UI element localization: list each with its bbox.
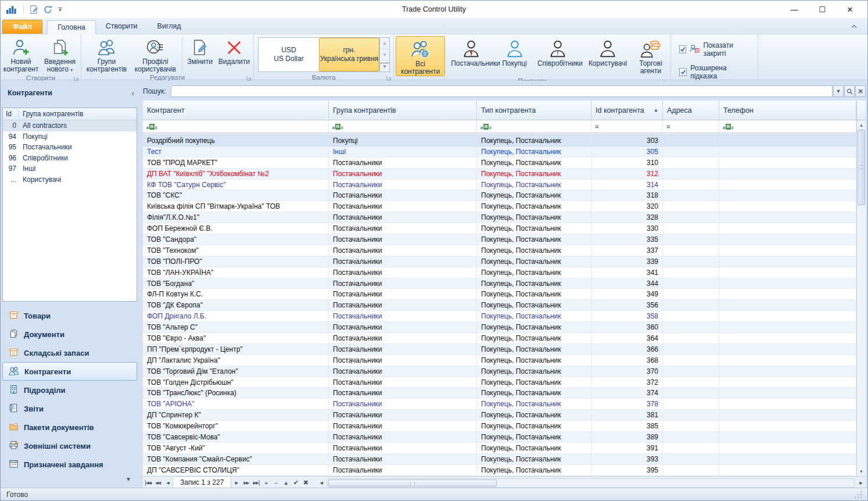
checkbox[interactable] (679, 68, 687, 76)
grid-row[interactable]: ФЛ-П Ковтун К.С.ПостачальникиПокупець, П… (143, 289, 856, 300)
nav-first-button[interactable]: |◂◂ (143, 478, 153, 488)
filter-cell-1[interactable]: aBc (329, 120, 477, 133)
nav-cancel-button[interactable]: ✖ (300, 478, 310, 488)
grid-row[interactable]: ДП "САВСЕРВІС СТОЛИЦЯ"ПостачальникиПокуп… (143, 465, 856, 476)
panel-collapse-button[interactable]: ‹ (132, 89, 134, 98)
nav-item-contractors[interactable]: Контрагенти (2, 362, 137, 381)
delete-button[interactable]: Видалити (216, 35, 252, 73)
nav-next-page-button[interactable]: ▸▸ (241, 478, 251, 488)
grid-row[interactable]: ДП "Спринтер К"ПостачальникиПокупець, По… (143, 410, 856, 421)
column-header-3[interactable]: Id контрагента▲ (591, 101, 663, 120)
tree-row[interactable]: 97Інші (3, 163, 137, 174)
grid-row[interactable]: ТОВ "Богдана"ПостачальникиПокупець, Пост… (143, 278, 856, 289)
grid-row[interactable]: ДП ВАТ "Київхліб" "Хлібокомбінат №2Поста… (143, 169, 856, 180)
quick-access-overflow-button[interactable]: ▾ (58, 8, 62, 12)
currency-item-грн[interactable]: грн.Українська гривня (319, 38, 379, 71)
nav-next-button[interactable]: ▸ (231, 478, 241, 488)
tree-row[interactable]: 95Постачальники (3, 142, 137, 153)
nav-edit-button[interactable]: ▴ (281, 478, 290, 488)
currency-item-USD[interactable]: USDUS Dollar (259, 38, 319, 71)
show-supplier-button[interactable]: Постачальники (446, 36, 496, 76)
nav-commit-button[interactable]: ✔ (290, 478, 300, 488)
nav-item-reports[interactable]: Звіти (2, 399, 137, 418)
grid-row[interactable]: Філія"Л.К.О.№1"ПостачальникиПокупець, По… (143, 212, 856, 223)
grid-row[interactable]: ТОВ "Август -Кий"ПостачальникиПокупець, … (143, 443, 856, 454)
grid-row[interactable]: ТОВ "Торговий Дім "Еталон"ПостачальникиП… (143, 366, 856, 377)
minimize-button[interactable]: — (780, 2, 808, 17)
grid-row[interactable]: ТОВ "Альтер С"ПостачальникиПокупець, Пос… (143, 322, 856, 333)
grid-row[interactable]: ДП "Лакталис Україна"ПостачальникиПокупе… (143, 355, 856, 366)
hscroll-right-button[interactable]: ▸ (856, 478, 866, 488)
horizontal-scrollbar[interactable] (327, 478, 855, 488)
tree-header[interactable]: Id Група контрагентів (3, 108, 137, 120)
filter-cell-0[interactable]: aBc (143, 120, 329, 133)
column-header-0[interactable]: Контрагент (143, 101, 329, 120)
vertical-scrollbar[interactable]: ▲ ▼ (856, 101, 866, 476)
show-all-contractors-button[interactable]: Всі контрагенти (396, 36, 445, 76)
tree-row[interactable]: ...Користувачі (3, 174, 137, 185)
scroll-up-button[interactable]: ▲ (857, 120, 866, 130)
change-button[interactable]: Змінити (184, 35, 216, 73)
gallery-dropdown-button[interactable]: ▼ (380, 60, 389, 71)
search-clear-button[interactable]: ✕ (855, 85, 866, 97)
nav-item-stock[interactable]: Складські запаси (2, 343, 137, 362)
contractor-groups-button[interactable]: Групи контрагентів (83, 35, 131, 73)
grid-row[interactable]: ТОВ "Савсервіс-Мова"ПостачальникиПокупец… (143, 432, 856, 443)
tree-row[interactable]: 0All contractors (3, 120, 137, 131)
grid-row[interactable]: ПП "Прем`єрпродукт - Центр"Постачальники… (143, 344, 856, 355)
nav-prev-button[interactable]: ◂ (163, 478, 173, 488)
quick-edit-button[interactable] (27, 3, 41, 16)
tab-home[interactable]: Головна (47, 20, 96, 34)
nav-last-button[interactable]: ▸▸| (251, 478, 261, 488)
scrollbar-thumb[interactable] (858, 130, 865, 205)
scrollbar-track[interactable] (857, 205, 866, 467)
tab-file[interactable]: Файл (2, 20, 42, 34)
column-header-5[interactable]: Телефон (719, 101, 856, 120)
refresh-button[interactable] (41, 3, 55, 16)
grid-row[interactable]: КФ ТОВ "Сатурн Сервіс"ПостачальникиПокуп… (143, 180, 856, 191)
show-user-button[interactable]: Користувачі (584, 36, 632, 76)
nav-overflow-button[interactable]: ▼ (125, 476, 131, 482)
column-header-4[interactable]: Адреса (663, 101, 719, 120)
search-input[interactable] (171, 85, 833, 97)
column-header-1[interactable]: Група контрагентів (329, 101, 477, 120)
grid-row[interactable]: ТОВ "АРІОНА"ПостачальникиПокупець, Поста… (143, 399, 856, 410)
grid-row[interactable]: Київська філія СП "Вітмарк-Україна" ТОВП… (143, 201, 856, 212)
nav-item-external[interactable]: Зовнішні системи (2, 436, 137, 455)
tree-column-group[interactable]: Група контрагентів (19, 110, 137, 118)
show-buyer-button[interactable]: Покупці (497, 36, 532, 76)
grid-row[interactable]: ТОВ "Голден Дістрібьюшн"ПостачальникиПок… (143, 377, 856, 388)
close-button[interactable]: ✕ (836, 2, 864, 17)
search-options-button[interactable]: ▼ (833, 85, 844, 97)
search-go-button[interactable] (844, 85, 855, 97)
hscroll-left-button[interactable]: ◂ (316, 478, 326, 488)
grid-row[interactable]: ТОВ "Сандора"ПостачальникиПокупець, Пост… (143, 234, 856, 245)
new-entry-button[interactable]: Введення нового ▾ (40, 35, 80, 74)
tree-column-id[interactable]: Id (3, 110, 19, 118)
nav-item-packages[interactable]: Пакети документів (2, 418, 137, 436)
filter-cell-4[interactable]: = (663, 120, 719, 133)
tree-row[interactable]: 94Покупці (3, 131, 137, 142)
grid-row[interactable]: ТОВ "ДК Європа"ПостачальникиПокупець, По… (143, 300, 856, 311)
show-agent-button[interactable]: Торгові агенти (633, 36, 669, 76)
column-header-2[interactable]: Тип контрагента (477, 101, 591, 120)
filter-cell-3[interactable]: = (591, 120, 663, 133)
filter-cell-5[interactable]: aBc (719, 120, 856, 133)
grid-row[interactable]: ТОВ "ТрансЛюкс" (Росинка)ПостачальникиПо… (143, 388, 856, 399)
user-profiles-button[interactable]: Профілі користувачів (131, 35, 180, 73)
grid-row[interactable]: ТОВ "Техноком"ПостачальникиПокупець, Пос… (143, 245, 856, 256)
grid-row[interactable]: ТестІншіПокупець, Постачальник305 (143, 146, 856, 158)
grid-row[interactable]: ТОВ "ПОЛІ-ПРО"ПостачальникиПокупець, Пос… (143, 256, 856, 267)
gallery-up-button[interactable]: ▲ (380, 38, 389, 49)
filter-cell-2[interactable]: aBc (477, 120, 591, 133)
dialog-launcher-icon[interactable] (73, 75, 79, 81)
nav-item-departments[interactable]: Підрозділи (2, 381, 137, 399)
nav-prev-page-button[interactable]: ◂◂ (153, 478, 163, 488)
hscrollbar-thumb[interactable] (328, 479, 497, 486)
grid-row[interactable]: Роздрібний покупецьПокупціПокупець, Пост… (143, 135, 856, 146)
nav-item-documents[interactable]: Документи (2, 325, 137, 343)
checkbox[interactable] (679, 45, 686, 53)
show-employee-button[interactable]: Співробітники (533, 36, 583, 76)
ribbon-collapse-button[interactable] (849, 22, 859, 31)
new-contractor-button[interactable]: Новий контрагент (2, 35, 40, 74)
